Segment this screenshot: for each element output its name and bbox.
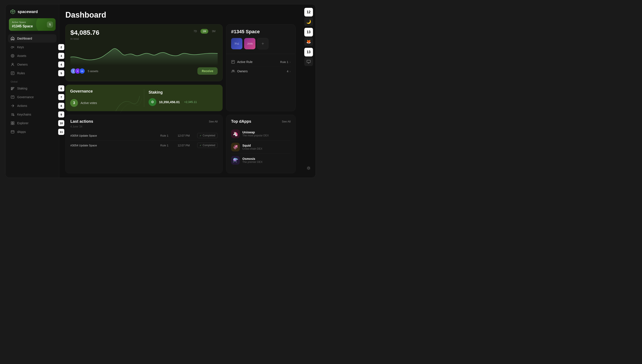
osmosis-info: Osmosis The premier DEX xyxy=(242,157,262,164)
rule-icon xyxy=(231,60,235,64)
space-thumb-2[interactable]: .2kWb xyxy=(244,38,256,49)
svg-rect-7 xyxy=(11,90,12,90)
portfolio-card: $4,085.76 7D 1M 3M In total xyxy=(65,24,222,81)
dapps-title: Top dApps xyxy=(231,119,251,124)
action-rule-1: Rule 1 xyxy=(160,134,178,137)
svg-point-3 xyxy=(12,63,13,64)
atom-icon: ∞ xyxy=(79,68,85,74)
receive-button[interactable]: Receive xyxy=(198,67,218,75)
list-item[interactable]: 🦑 Squid Cross-chain DEX xyxy=(231,140,290,154)
sidebar-item-explorer[interactable]: Explorer 10 xyxy=(8,119,56,127)
assets-icon xyxy=(11,54,14,58)
space-active-rule-row[interactable]: Active Rule Rule 1 › xyxy=(231,57,290,67)
explorer-icon xyxy=(11,121,14,125)
sidebar-item-owners[interactable]: Owners 4 xyxy=(8,60,56,69)
panel-item-2: 13 🦊 xyxy=(304,28,313,46)
last-actions-card: Last actions See All 4 June '24 #3054 Up… xyxy=(65,115,222,173)
sidebar-item-staking[interactable]: Staking 6 xyxy=(8,84,56,92)
staking-number-badge: 6 xyxy=(58,85,64,92)
action-name-1: #3054 Update Space xyxy=(70,134,160,137)
time-filter-7d[interactable]: 7D xyxy=(191,29,199,34)
sidebar-item-governance[interactable]: Governance 7 xyxy=(8,93,56,101)
svg-rect-13 xyxy=(13,123,14,125)
svg-rect-10 xyxy=(11,122,12,123)
owners-chevron-icon: › xyxy=(290,70,290,73)
sidebar-item-assets[interactable]: Assets 3 xyxy=(8,52,56,60)
action-name-2: #3054 Update Space xyxy=(70,144,160,147)
fox-icon[interactable]: 🦊 xyxy=(304,37,313,46)
table-row: #3054 Update Space Rule 1 12:07 PM ✓ Com… xyxy=(70,131,218,140)
svg-rect-11 xyxy=(13,122,14,123)
dashboard-grid: $4,085.76 7D 1M 3M In total xyxy=(65,24,296,173)
logo: spaceward xyxy=(6,4,59,18)
sidebar-item-dapps[interactable]: dApps 11 xyxy=(8,128,56,136)
app-container: spaceward Active Space #1345 Space ⇅ Das… xyxy=(5,4,316,178)
squid-info: Squid Cross-chain DEX xyxy=(242,144,262,150)
assets-count: 5 assets xyxy=(88,70,98,73)
svg-point-2 xyxy=(12,55,13,56)
svg-point-17 xyxy=(233,70,234,71)
active-rule-left: Active Rule xyxy=(231,60,252,64)
time-filter-3m[interactable]: 3M xyxy=(210,29,218,34)
action-time-1: 12:07 PM xyxy=(178,134,197,137)
dapps-header: Top dApps See All xyxy=(231,119,290,124)
display-icon[interactable] xyxy=(304,57,313,66)
action-status-2: ✓ Completed xyxy=(197,143,218,148)
actions-icon xyxy=(11,104,14,108)
sidebar-item-dashboard[interactable]: Dashboard xyxy=(8,34,56,42)
space-thumb-1[interactable]: 7Fs1 xyxy=(231,38,242,49)
space-info-card: #1345 Space 7Fs1 .2kWb + xyxy=(226,24,296,111)
active-rule-right: Rule 1 › xyxy=(280,60,290,64)
asset-icons: Ξ ✦ ∞ xyxy=(70,68,84,74)
actions-date: 4 June '24 xyxy=(70,125,218,128)
actions-number-badge: 8 xyxy=(58,103,64,109)
governance-title: Governance xyxy=(70,89,144,94)
staking-icon xyxy=(11,86,14,90)
sidebar-item-rules[interactable]: Rules 5 xyxy=(8,69,56,77)
key-icon xyxy=(11,45,14,49)
staking-info: ⚙ 10,350,456.01 +2,345.11 xyxy=(148,98,218,106)
right-panel: 12 🌙 13 🦊 13 xyxy=(302,4,316,178)
svg-point-9 xyxy=(13,115,14,116)
time-filter-1m[interactable]: 1M xyxy=(200,29,208,34)
space-owners-row[interactable]: Owners 4 › xyxy=(231,67,290,76)
global-section-label: Global xyxy=(8,78,56,84)
votes-label: Active votes xyxy=(80,101,97,105)
actions-see-all-button[interactable]: See All xyxy=(209,120,218,123)
actions-header: Last actions See All xyxy=(70,119,218,124)
svg-rect-5 xyxy=(11,87,14,88)
panel-number-1[interactable]: 12 xyxy=(304,8,313,16)
osmosis-name: Osmosis xyxy=(242,157,262,160)
action-time-2: 12:07 PM xyxy=(178,144,197,147)
panel-number-2[interactable]: 13 xyxy=(304,28,313,36)
svg-point-1 xyxy=(11,54,14,57)
portfolio-label: In total xyxy=(70,37,218,40)
portfolio-amount: $4,085.76 xyxy=(70,29,99,36)
owners-number-badge: 4 xyxy=(58,62,64,68)
add-space-thumb-button[interactable]: + xyxy=(257,38,268,49)
active-space-card[interactable]: Active Space #1345 Space ⇅ xyxy=(9,18,56,31)
gov-decoration xyxy=(114,94,142,113)
uniswap-info: Uniswap The most popular DEX xyxy=(242,130,269,137)
svg-point-19 xyxy=(308,167,310,169)
space-chevron-icon[interactable]: ⇅ xyxy=(47,22,53,28)
space-thumbnails: 7Fs1 .2kWb + xyxy=(231,38,290,49)
brightness-icon[interactable] xyxy=(304,164,313,172)
space-info-title: #1345 Space xyxy=(231,29,290,34)
owners-left: Owners xyxy=(231,69,248,73)
sidebar-item-actions[interactable]: Actions 8 xyxy=(8,102,56,110)
sidebar-item-keys[interactable]: Keys 2 xyxy=(8,43,56,51)
moon-icon[interactable]: 🌙 xyxy=(304,17,313,26)
squid-icon: 🦑 xyxy=(231,143,240,152)
assets-number-badge: 3 xyxy=(58,53,64,59)
owners-right: 4 › xyxy=(287,70,290,73)
staking-change: +2,345.11 xyxy=(184,100,197,104)
thumb-img-1: 7Fs1 xyxy=(231,38,242,49)
page-title: Dashboard xyxy=(65,10,296,20)
list-item[interactable]: 🦄 Uniswap The most popular DEX xyxy=(231,127,290,140)
dapps-see-all-button[interactable]: See All xyxy=(282,120,290,123)
panel-number-3[interactable]: 13 xyxy=(304,48,313,56)
list-item[interactable]: ⚗️ Osmosis The premier DEX xyxy=(231,154,290,167)
sidebar-item-keychains[interactable]: Keychains 9 xyxy=(8,110,56,118)
svg-rect-12 xyxy=(11,123,12,125)
